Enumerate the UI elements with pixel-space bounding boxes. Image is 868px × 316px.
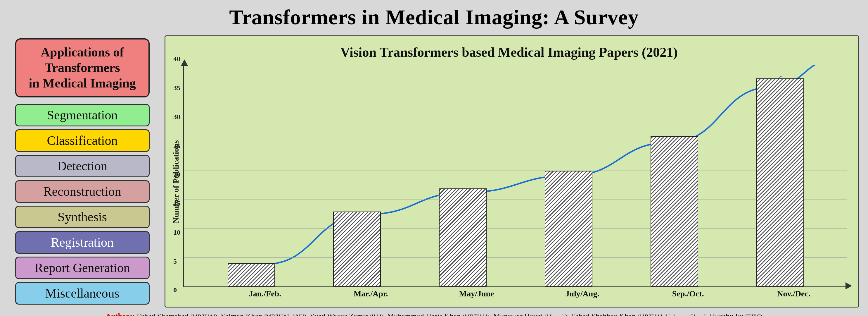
- y-tick-15: 15: [173, 200, 180, 207]
- x-axis-labels: Jan./Feb.Mar./Apr.May/JuneJuly/Aug.Sep./…: [183, 289, 847, 298]
- y-tick-10: 10: [173, 228, 180, 236]
- grid-line-15: [184, 200, 847, 200]
- grid-line-20: [184, 171, 847, 171]
- chart-curve-svg: [184, 65, 847, 286]
- y-tick-25: 25: [173, 142, 180, 149]
- category-detection[interactable]: Detection: [15, 155, 150, 177]
- y-axis-arrow: [181, 59, 188, 66]
- bar-sep--oct-: [651, 136, 698, 287]
- x-label-july-aug-: July/Aug.: [530, 289, 636, 298]
- page-title: Transformers in Medical Imaging: A Surve…: [229, 5, 639, 30]
- y-axis-label: Number of Publications: [171, 140, 181, 223]
- chart-panel: Vision Transformers based Medical Imagin…: [164, 35, 859, 308]
- authors-text: Fahad Shamshad (MBZUAI), Salman Khan (MB…: [137, 312, 763, 316]
- y-tick-40: 40: [173, 55, 180, 63]
- x-label-nov--dec-: Nov./Dec.: [741, 289, 847, 298]
- grid-line-40: [184, 55, 847, 55]
- grid-line-35: [184, 84, 847, 84]
- y-tick-5: 5: [173, 257, 177, 265]
- left-panel: Applications of Transformers in Medical …: [9, 35, 156, 308]
- category-registration[interactable]: Registration: [15, 231, 150, 254]
- bar-may-june: [439, 189, 487, 287]
- bar-july-aug-: [545, 171, 592, 286]
- category-report-generation[interactable]: Report Generation: [15, 257, 150, 279]
- chart-plot: 0510152025303540: [183, 65, 847, 287]
- applications-header: Applications of Transformers in Medical …: [15, 38, 150, 97]
- bar-nov--dec-: [756, 79, 804, 286]
- x-label-may-june: May/June: [424, 289, 530, 298]
- chart-area: Number of Publications 0510152025303540 …: [171, 65, 847, 298]
- chart-inner: 0510152025303540 Jan./Feb.Mar./Apr.May/J…: [183, 65, 847, 298]
- authors-line: Authors: Fahad Shamshad (MBZUAI), Salman…: [103, 311, 766, 316]
- y-tick-20: 20: [173, 171, 180, 178]
- category-synthesis[interactable]: Synthesis: [15, 206, 150, 228]
- x-label-mar--apr-: Mar./Apr.: [318, 289, 424, 298]
- main-content: Applications of Transformers in Medical …: [9, 35, 859, 308]
- grid-line-30: [184, 113, 847, 113]
- category-miscellaneous[interactable]: Miscellaneous: [15, 282, 150, 305]
- category-reconstruction[interactable]: Reconstruction: [15, 180, 150, 203]
- svg-marker-0: [778, 76, 783, 79]
- bar-mar--apr-: [333, 211, 381, 287]
- category-classification[interactable]: Classification: [15, 129, 150, 152]
- y-tick-30: 30: [173, 113, 180, 120]
- chart-title: Vision Transformers based Medical Imagin…: [171, 45, 847, 60]
- authors-label: Authors:: [106, 312, 135, 316]
- category-segmentation[interactable]: Segmentation: [15, 104, 150, 126]
- x-label-sep--oct-: Sep./Oct.: [635, 289, 741, 298]
- grid-line-25: [184, 142, 847, 142]
- grid-line-5: [184, 257, 847, 258]
- y-tick-35: 35: [173, 84, 180, 92]
- x-label-jan--feb-: Jan./Feb.: [212, 289, 318, 298]
- bar-jan--feb-: [228, 263, 275, 286]
- y-tick-0: 0: [173, 286, 177, 294]
- x-axis-arrow: [845, 282, 852, 289]
